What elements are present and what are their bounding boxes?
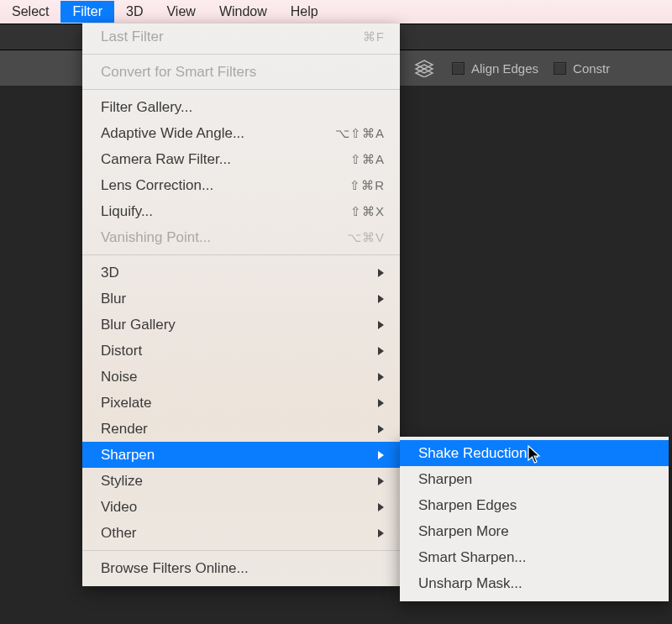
menu-window[interactable]: Window bbox=[207, 1, 279, 23]
submenu-arrow-icon bbox=[377, 294, 385, 304]
constrain-checkbox[interactable]: Constr bbox=[554, 61, 610, 76]
menu-item-label: Last Filter bbox=[101, 29, 363, 45]
menu-item-shortcut: ⇧⌘A bbox=[350, 152, 385, 167]
align-edges-label: Align Edges bbox=[471, 61, 538, 76]
submenu-arrow-icon bbox=[377, 450, 385, 460]
submenu-item[interactable]: Sharpen More bbox=[400, 518, 669, 544]
menu-item-label: Distort bbox=[101, 343, 377, 359]
menu-item-label: Other bbox=[101, 525, 377, 542]
menu-item[interactable]: Adaptive Wide Angle...⌥⇧⌘A bbox=[82, 120, 400, 146]
menu-item[interactable]: Blur bbox=[82, 286, 400, 312]
submenu-item[interactable]: Sharpen bbox=[400, 466, 669, 492]
menu-item-label: Blur bbox=[101, 291, 377, 307]
submenu-arrow-icon bbox=[377, 320, 385, 330]
submenu-arrow-icon bbox=[377, 502, 385, 512]
submenu-item-label: Sharpen bbox=[418, 471, 472, 488]
submenu-item-label: Unsharp Mask... bbox=[418, 575, 522, 592]
menu-item[interactable]: Stylize bbox=[82, 468, 400, 494]
submenu-arrow-icon bbox=[377, 398, 385, 408]
menu-item-label: Vanishing Point... bbox=[101, 229, 347, 246]
align-edges-checkbox[interactable]: Align Edges bbox=[452, 61, 538, 76]
menu-item-label: Render bbox=[101, 421, 377, 438]
submenu-item-label: Shake Reduction... bbox=[418, 445, 539, 462]
menu-item-label: Filter Gallery... bbox=[101, 99, 385, 116]
submenu-item-label: Smart Sharpen... bbox=[418, 549, 527, 566]
menu-item-label: Sharpen bbox=[101, 447, 377, 464]
constrain-label: Constr bbox=[573, 61, 610, 76]
menu-item-label: Pixelate bbox=[101, 395, 377, 412]
menu-separator bbox=[82, 54, 400, 55]
submenu-item-label: Sharpen More bbox=[418, 523, 509, 540]
menu-separator bbox=[82, 89, 400, 90]
layers-icon[interactable] bbox=[412, 55, 437, 81]
submenu-item[interactable]: Shake Reduction... bbox=[400, 440, 669, 466]
menu-item-label: Video bbox=[101, 499, 377, 516]
menu-item[interactable]: 3D bbox=[82, 260, 400, 286]
submenu-arrow-icon bbox=[377, 346, 385, 356]
menu-item-label: Noise bbox=[101, 369, 377, 385]
submenu-item[interactable]: Unsharp Mask... bbox=[400, 570, 669, 596]
menu-item[interactable]: Blur Gallery bbox=[82, 312, 400, 338]
submenu-item[interactable]: Sharpen Edges bbox=[400, 492, 669, 518]
menu-item-label: Browse Filters Online... bbox=[101, 560, 385, 577]
menu-separator bbox=[82, 254, 400, 255]
menu-item: Vanishing Point...⌥⌘V bbox=[82, 224, 400, 250]
menu-item: Last Filter⌘F bbox=[82, 24, 400, 50]
menu-item[interactable]: Render bbox=[82, 416, 400, 442]
menu-select[interactable]: Select bbox=[0, 1, 60, 23]
menu-view[interactable]: View bbox=[155, 1, 207, 23]
menu-item[interactable]: Browse Filters Online... bbox=[82, 555, 400, 581]
menu-item[interactable]: Distort bbox=[82, 338, 400, 364]
checkbox-icon bbox=[452, 62, 465, 75]
submenu-arrow-icon bbox=[377, 424, 385, 434]
menu-item-label: Blur Gallery bbox=[101, 317, 377, 333]
menu-item-shortcut: ⇧⌘X bbox=[350, 204, 385, 219]
menu-item-shortcut: ⌥⇧⌘A bbox=[335, 126, 385, 141]
submenu-item[interactable]: Smart Sharpen... bbox=[400, 544, 669, 570]
menu-item[interactable]: Noise bbox=[82, 364, 400, 390]
menu-item[interactable]: Video bbox=[82, 494, 400, 520]
menu-item-label: Stylize bbox=[101, 473, 377, 490]
submenu-arrow-icon bbox=[377, 528, 385, 538]
submenu-arrow-icon bbox=[377, 372, 385, 382]
menu-item: Convert for Smart Filters bbox=[82, 59, 400, 85]
submenu-item-label: Sharpen Edges bbox=[418, 497, 517, 514]
menu-item-label: 3D bbox=[101, 265, 377, 281]
menu-item[interactable]: Pixelate bbox=[82, 390, 400, 416]
menu-item[interactable]: Liquify...⇧⌘X bbox=[82, 198, 400, 224]
menu-item-shortcut: ⌘F bbox=[363, 29, 385, 45]
menu-item[interactable]: Lens Correction...⇧⌘R bbox=[82, 172, 400, 198]
submenu-arrow-icon bbox=[377, 476, 385, 486]
menu-item[interactable]: Sharpen bbox=[82, 442, 400, 468]
checkbox-icon bbox=[554, 62, 566, 75]
menu-item-label: Convert for Smart Filters bbox=[101, 64, 385, 81]
menu-filter[interactable]: Filter bbox=[60, 1, 114, 23]
menu-item-shortcut: ⇧⌘R bbox=[349, 178, 385, 193]
menu-item-shortcut: ⌥⌘V bbox=[347, 230, 385, 245]
menu-item[interactable]: Other bbox=[82, 520, 400, 546]
menu-item-label: Camera Raw Filter... bbox=[101, 151, 350, 168]
sharpen-submenu: Shake Reduction...SharpenSharpen EdgesSh… bbox=[400, 437, 669, 601]
menu-item[interactable]: Camera Raw Filter...⇧⌘A bbox=[82, 146, 400, 172]
menu-separator bbox=[82, 550, 400, 551]
menu-item-label: Liquify... bbox=[101, 203, 350, 220]
menu-3d[interactable]: 3D bbox=[114, 1, 155, 23]
menu-item[interactable]: Filter Gallery... bbox=[82, 94, 400, 120]
filter-dropdown: Last Filter⌘FConvert for Smart FiltersFi… bbox=[82, 24, 400, 586]
menu-help[interactable]: Help bbox=[279, 1, 330, 23]
submenu-arrow-icon bbox=[377, 268, 385, 278]
menubar: Select Filter 3D View Window Help bbox=[0, 0, 672, 24]
menu-item-label: Adaptive Wide Angle... bbox=[101, 125, 335, 142]
menu-item-label: Lens Correction... bbox=[101, 177, 349, 194]
